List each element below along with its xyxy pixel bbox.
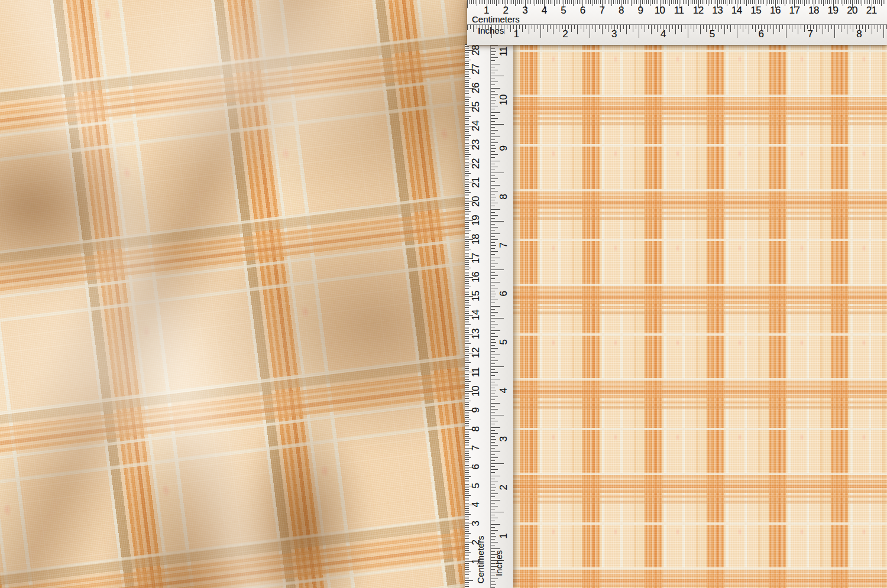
ruler-tick [465, 571, 471, 571]
ruler-tick [491, 333, 495, 334]
cm-number: 14 [471, 310, 481, 320]
ruler-tick [491, 469, 498, 470]
ruler-tick [491, 324, 498, 324]
ruler-tick [465, 73, 469, 73]
ruler-tick [465, 211, 471, 212]
ruler-tick [491, 454, 495, 455]
ruler-tick [491, 336, 498, 337]
ruler-tick [604, 0, 604, 4]
ruler-tick [623, 0, 624, 4]
ruler-tick [763, 0, 764, 4]
ruler-tick [465, 417, 469, 418]
ruler-tick [465, 291, 469, 291]
ruler-tick [465, 103, 469, 103]
ruler-tick [789, 0, 789, 4]
cm-number: 13 [708, 5, 726, 15]
ruler-tick [491, 76, 504, 76]
ruler-tick [491, 145, 495, 146]
ruler-tick [791, 0, 791, 4]
ruler-tick [465, 135, 471, 136]
ruler-tick [847, 25, 847, 34]
ruler-tick [681, 25, 682, 32]
ruler-tick [700, 25, 701, 34]
ruler-tick [465, 330, 469, 331]
ruler-tick [831, 0, 831, 4]
ruler-tick [672, 25, 673, 29]
ruler-tick [697, 25, 697, 29]
ruler-tick [465, 253, 469, 254]
ruler-tick [465, 414, 469, 414]
ruler-tick [837, 0, 837, 4]
ruler-tick [562, 0, 562, 4]
ruler-tick [687, 0, 687, 4]
ruler-tick [491, 176, 495, 176]
ruler-tick [654, 0, 655, 4]
ruler-tick [465, 389, 469, 389]
vertical-inch-scale: Inches 1234567891011 [491, 44, 513, 588]
ruler-tick [645, 0, 645, 4]
ruler-tick [605, 25, 606, 29]
ruler-tick [465, 99, 469, 100]
ruler-tick [587, 0, 587, 4]
ruler-tick [491, 406, 495, 407]
ruler-tick [465, 131, 469, 132]
ruler-tick [491, 230, 495, 230]
ruler-tick [517, 0, 518, 4]
ruler-tick [491, 573, 500, 573]
ruler-tick [773, 0, 774, 4]
ruler-tick [465, 420, 471, 420]
ruler-tick [465, 236, 469, 236]
ruler-tick [491, 154, 498, 155]
ruler-tick [491, 221, 504, 222]
ruler-tick [465, 402, 469, 403]
ruler-tick [491, 288, 498, 288]
ruler-tick [734, 25, 734, 29]
ruler-tick [491, 118, 498, 119]
ruler-tick [465, 317, 469, 318]
ruler-tick [792, 0, 793, 4]
cm-number: 5 [471, 483, 481, 488]
ruler-tick [465, 421, 469, 422]
ruler-tick [465, 222, 469, 223]
ruler-tick [616, 0, 616, 4]
ruler-tick [483, 0, 483, 4]
ruler-tick [465, 139, 469, 139]
ruler-tick [465, 516, 469, 516]
ruler-tick [465, 205, 469, 206]
ruler-tick [550, 25, 551, 29]
cm-number: 27 [471, 64, 481, 74]
ruler-tick [826, 0, 826, 4]
ruler-tick [465, 379, 469, 380]
cm-number: 17 [785, 5, 803, 15]
inch-number: 5 [498, 340, 509, 345]
ruler-tick [577, 25, 578, 34]
ruler-tick [491, 57, 498, 58]
ruler-tick [465, 476, 471, 477]
ruler-tick [527, 0, 527, 4]
ruler-tick [688, 25, 688, 38]
ruler-tick [491, 109, 495, 109]
ruler-tick [465, 374, 469, 375]
horizontal-cm-scale: Centimeters 1234567891011121314151617181… [467, 0, 887, 24]
fold-shading [0, 0, 468, 588]
ruler-tick [491, 173, 504, 173]
ruler-tick [491, 239, 498, 240]
ruler-tick [465, 512, 469, 513]
ruler-tick [608, 0, 608, 4]
ruler-tick [883, 0, 883, 4]
ruler-tick [465, 219, 469, 219]
cm-number: 26 [471, 83, 481, 93]
ruler-tick [465, 194, 469, 194]
ruler-tick [491, 576, 495, 576]
ruler-tick [692, 0, 693, 4]
ruler-tick [581, 0, 581, 4]
ruler-tick [491, 527, 495, 528]
ruler-tick [488, 25, 489, 29]
ruler-tick [491, 379, 500, 379]
ruler-tick [617, 0, 618, 4]
ruler-tick [465, 118, 469, 119]
ruler-tick [491, 233, 500, 234]
ruler-tick [623, 25, 624, 29]
ruler-tick [465, 262, 469, 263]
ruler-tick [465, 408, 469, 408]
